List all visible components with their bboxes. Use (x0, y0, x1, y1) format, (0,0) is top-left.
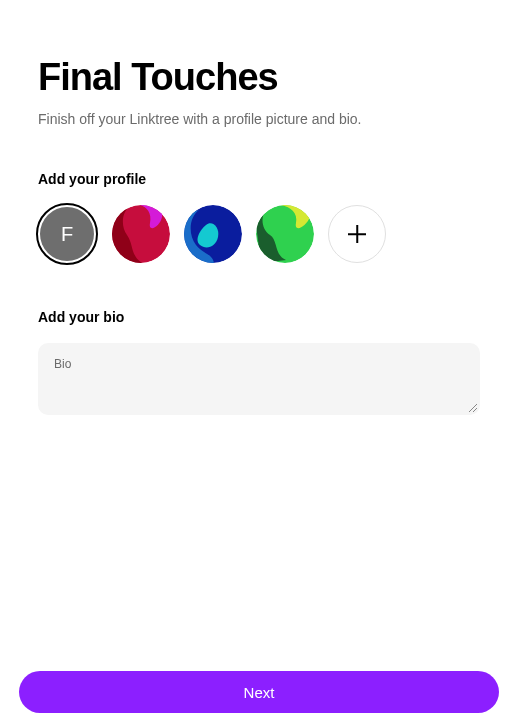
avatar-option-initial[interactable]: F (36, 203, 98, 265)
next-button[interactable]: Next (19, 671, 499, 713)
bio-textarea[interactable] (54, 373, 464, 405)
bio-section-label: Add your bio (38, 309, 480, 325)
svg-line-4 (473, 408, 477, 412)
avatar-options-row: F (38, 205, 480, 265)
profile-section-label: Add your profile (38, 171, 480, 187)
avatar-option-abstract-2[interactable] (184, 205, 242, 263)
resize-handle-icon[interactable] (467, 402, 477, 412)
plus-icon (348, 225, 366, 243)
svg-line-3 (469, 404, 477, 412)
abstract-avatar-icon (184, 205, 242, 263)
abstract-avatar-icon (112, 205, 170, 263)
bio-field-container[interactable]: Bio (38, 343, 480, 415)
page-title: Final Touches (38, 56, 480, 99)
avatar-upload-button[interactable] (328, 205, 386, 263)
bio-field-label: Bio (54, 357, 464, 371)
avatar-option-abstract-1[interactable] (112, 205, 170, 263)
avatar-initial-letter: F (40, 207, 94, 261)
abstract-avatar-icon (256, 205, 314, 263)
page-subtitle: Finish off your Linktree with a profile … (38, 111, 480, 127)
avatar-option-abstract-3[interactable] (256, 205, 314, 263)
